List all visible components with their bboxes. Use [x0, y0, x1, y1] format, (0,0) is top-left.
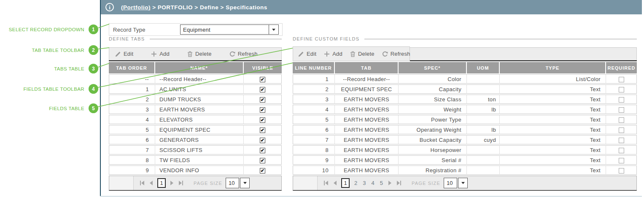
page-size-label: PAGE SIZE: [412, 181, 440, 186]
page-number[interactable]: 3: [362, 180, 366, 186]
page-number[interactable]: 4: [370, 180, 375, 186]
visible-checkbox[interactable]: ✔: [260, 148, 265, 153]
fields-add-button[interactable]: Add: [324, 51, 342, 57]
required-checkbox[interactable]: [619, 97, 624, 103]
col-tab[interactable]: TAB: [335, 62, 399, 73]
breadcrumb-portfolio-link[interactable]: (Portfolio): [121, 4, 151, 11]
table-row[interactable]: 3EARTH MOVERSSize ClasstonText: [293, 95, 637, 104]
visible-checkbox[interactable]: ✔: [260, 138, 265, 143]
table-row[interactable]: 8EARTH MOVERSHorsepowerText: [293, 145, 637, 155]
visible-checkbox[interactable]: ✔: [260, 87, 265, 92]
table-row[interactable]: 5EARTH MOVERSPower TypeText: [293, 115, 637, 124]
table-row[interactable]: 5EQUIPMENT SPEC✔: [109, 125, 282, 134]
col-tab-order[interactable]: TAB ORDER: [109, 62, 155, 73]
next-page-icon[interactable]: [170, 180, 174, 186]
last-page-icon[interactable]: [178, 180, 183, 186]
breadcrumb-bar: i (Portfolio) > PORTFOLIO > Define > Spe…: [101, 0, 642, 14]
table-row[interactable]: 6EARTH MOVERSOperating WeightlbText: [293, 125, 637, 134]
record-type-dropdown-button[interactable]: [269, 25, 278, 34]
fields-refresh-button[interactable]: Refresh: [382, 51, 410, 57]
table-row[interactable]: 7SCISSOR LIFTS✔: [109, 145, 282, 155]
visible-cell: ✔: [244, 155, 282, 165]
tabs-delete-button[interactable]: Delete: [187, 51, 212, 57]
record-type-label: Record Type: [113, 27, 146, 33]
prev-page-icon[interactable]: [149, 180, 154, 186]
page-size-dropdown-button[interactable]: [240, 178, 250, 188]
fields-edit-button[interactable]: Edit: [298, 51, 316, 57]
required-checkbox[interactable]: [619, 158, 624, 163]
type-cell: Text: [500, 95, 606, 104]
content-bottom-border: [100, 196, 642, 197]
current-page[interactable]: 1: [157, 178, 166, 188]
first-page-icon[interactable]: [140, 180, 145, 186]
fields-delete-button[interactable]: Delete: [350, 51, 375, 57]
table-row[interactable]: 2EQUIPMENT SPECCapacityText: [293, 84, 637, 94]
record-type-dropdown[interactable]: Equipment: [180, 24, 279, 35]
table-row[interactable]: 4EARTH MOVERSWeightlbText: [293, 105, 637, 114]
table-row[interactable]: 1--Record Header--ColorList/Color: [293, 74, 637, 84]
last-page-icon[interactable]: [396, 180, 401, 186]
tab-cell: EARTH MOVERS: [335, 125, 399, 134]
page-number[interactable]: 5: [379, 180, 384, 186]
annotation-2: TAB TABLE TOOLBAR 2: [0, 45, 98, 55]
page-size-dropdown-button[interactable]: [458, 178, 468, 188]
required-checkbox[interactable]: [619, 107, 624, 113]
col-type[interactable]: TYPE: [500, 62, 606, 73]
tabs-add-button[interactable]: Add: [151, 51, 170, 57]
table-row[interactable]: 4ELEVATORS✔: [109, 115, 282, 124]
uom-cell: ton: [467, 95, 500, 104]
table-row[interactable]: 9EARTH MOVERSSerial #Text: [293, 155, 637, 165]
visible-checkbox[interactable]: ✔: [260, 107, 265, 113]
table-row[interactable]: 7EARTH MOVERSBucket CapacitycuydText: [293, 135, 637, 144]
col-spec[interactable]: SPEC*: [399, 62, 467, 73]
visible-checkbox[interactable]: ✔: [260, 168, 265, 174]
table-row[interactable]: 2DUMP TRUCKS✔: [109, 95, 282, 104]
info-icon[interactable]: i: [105, 3, 114, 11]
visible-checkbox[interactable]: ✔: [260, 77, 265, 82]
first-page-icon[interactable]: [323, 180, 329, 186]
table-row[interactable]: 6GENERATORS✔: [109, 135, 282, 144]
required-checkbox[interactable]: [619, 127, 624, 133]
required-checkbox[interactable]: [619, 138, 624, 143]
table-row[interactable]: 3EARTH MOVERS✔: [109, 105, 282, 114]
record-type-value: Equipment: [181, 25, 269, 34]
required-checkbox[interactable]: [619, 168, 624, 174]
tab-cell: EARTH MOVERS: [335, 115, 399, 124]
visible-checkbox[interactable]: ✔: [260, 117, 265, 123]
required-checkbox[interactable]: [619, 77, 624, 82]
table-row[interactable]: 10EARTH MOVERSRegistration #Text: [293, 165, 637, 175]
pencil-icon: [115, 51, 121, 57]
name-cell: ELEVATORS: [155, 115, 244, 124]
col-uom[interactable]: UOM: [467, 62, 500, 73]
visible-checkbox[interactable]: ✔: [260, 158, 265, 163]
order-cell: 2: [109, 95, 155, 104]
required-checkbox[interactable]: [619, 87, 624, 92]
visible-cell: ✔: [244, 135, 282, 144]
line-cell: 10: [293, 165, 335, 175]
visible-checkbox[interactable]: ✔: [260, 127, 265, 133]
current-page[interactable]: 1: [341, 178, 350, 188]
spec-cell: Operating Weight: [399, 125, 467, 134]
col-required[interactable]: REQUIRED: [606, 62, 637, 73]
add-label: Add: [332, 51, 342, 57]
required-checkbox[interactable]: [619, 117, 624, 123]
tabs-refresh-button[interactable]: Refresh: [229, 51, 258, 57]
col-name[interactable]: NAME*: [155, 62, 244, 73]
type-cell: Text: [500, 135, 606, 144]
spec-cell: Color: [399, 74, 467, 84]
table-row[interactable]: 8TW FIELDS✔: [109, 155, 282, 165]
visible-checkbox[interactable]: ✔: [260, 97, 265, 103]
table-row[interactable]: 1AC UNITS✔: [109, 84, 282, 94]
next-page-icon[interactable]: [388, 180, 392, 186]
required-checkbox[interactable]: [619, 148, 624, 153]
page-size-value[interactable]: 10: [226, 178, 239, 188]
tabs-edit-button[interactable]: Edit: [115, 51, 133, 57]
col-line-number[interactable]: LINE NUMBER: [293, 62, 335, 73]
prev-page-icon[interactable]: [333, 180, 337, 186]
table-row[interactable]: ----Record Header--✔: [109, 74, 282, 84]
page-size-value[interactable]: 10: [444, 178, 457, 188]
col-visible[interactable]: VISIBLE: [244, 62, 282, 73]
table-row[interactable]: 9VENDOR INFO✔: [109, 165, 282, 175]
breadcrumb-path: > PORTFOLIO > Define > Specifications: [151, 4, 267, 11]
page-number[interactable]: 2: [353, 180, 358, 186]
